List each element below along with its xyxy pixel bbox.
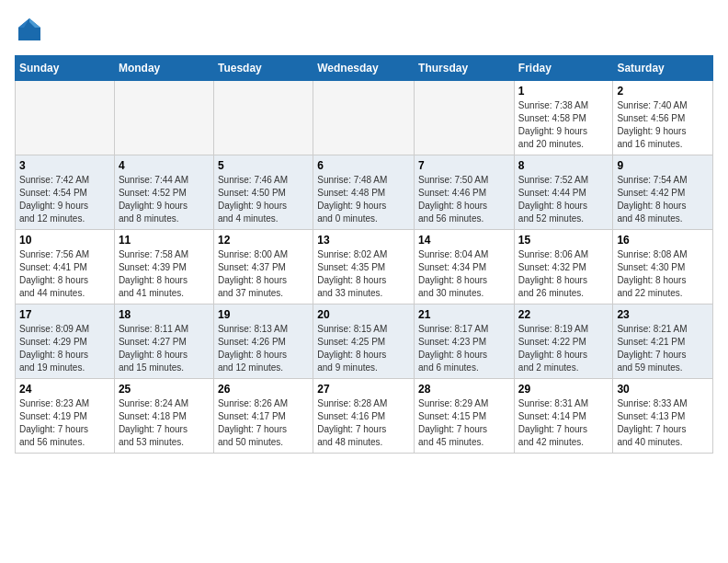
calendar-week-row: 3Sunrise: 7:42 AM Sunset: 4:54 PM Daylig…: [16, 155, 713, 230]
calendar-week-row: 24Sunrise: 8:23 AM Sunset: 4:19 PM Dayli…: [16, 379, 713, 454]
calendar-header-thursday: Thursday: [415, 56, 515, 81]
day-number: 28: [418, 383, 510, 396]
calendar-day-cell: [114, 81, 213, 155]
calendar-week-row: 10Sunrise: 7:56 AM Sunset: 4:41 PM Dayli…: [16, 230, 713, 304]
calendar-day-cell: 29Sunrise: 8:31 AM Sunset: 4:14 PM Dayli…: [514, 379, 613, 454]
calendar-day-cell: 28Sunrise: 8:29 AM Sunset: 4:15 PM Dayli…: [415, 379, 515, 454]
calendar-day-cell: 12Sunrise: 8:00 AM Sunset: 4:37 PM Dayli…: [213, 230, 313, 304]
day-info: Sunrise: 8:04 AM Sunset: 4:34 PM Dayligh…: [418, 248, 510, 300]
calendar-day-cell: 9Sunrise: 7:54 AM Sunset: 4:42 PM Daylig…: [613, 155, 713, 230]
calendar-header-monday: Monday: [114, 56, 213, 81]
day-info: Sunrise: 8:31 AM Sunset: 4:14 PM Dayligh…: [518, 397, 609, 449]
logo: [15, 15, 48, 44]
calendar-day-cell: [313, 81, 415, 155]
day-number: 3: [19, 159, 110, 172]
calendar-day-cell: 8Sunrise: 7:52 AM Sunset: 4:44 PM Daylig…: [514, 155, 613, 230]
calendar-day-cell: [16, 81, 115, 155]
day-info: Sunrise: 8:29 AM Sunset: 4:15 PM Dayligh…: [418, 397, 510, 449]
calendar-day-cell: 15Sunrise: 8:06 AM Sunset: 4:32 PM Dayli…: [514, 230, 613, 304]
day-number: 6: [317, 159, 410, 172]
day-info: Sunrise: 7:54 AM Sunset: 4:42 PM Dayligh…: [617, 174, 709, 225]
calendar-header-saturday: Saturday: [613, 56, 713, 81]
calendar-day-cell: 2Sunrise: 7:40 AM Sunset: 4:56 PM Daylig…: [613, 81, 713, 155]
day-number: 23: [617, 308, 709, 321]
day-info: Sunrise: 8:06 AM Sunset: 4:32 PM Dayligh…: [518, 248, 609, 300]
day-number: 14: [418, 234, 510, 247]
day-number: 29: [518, 383, 609, 396]
calendar-day-cell: 18Sunrise: 8:11 AM Sunset: 4:27 PM Dayli…: [114, 304, 213, 379]
day-number: 27: [317, 383, 410, 396]
calendar-day-cell: 4Sunrise: 7:44 AM Sunset: 4:52 PM Daylig…: [114, 155, 213, 230]
day-number: 2: [617, 85, 709, 98]
calendar-week-row: 1Sunrise: 7:38 AM Sunset: 4:58 PM Daylig…: [16, 81, 713, 155]
calendar-header-tuesday: Tuesday: [213, 56, 313, 81]
day-info: Sunrise: 7:56 AM Sunset: 4:41 PM Dayligh…: [19, 248, 110, 300]
day-info: Sunrise: 7:40 AM Sunset: 4:56 PM Dayligh…: [617, 99, 709, 151]
day-info: Sunrise: 8:23 AM Sunset: 4:19 PM Dayligh…: [19, 397, 110, 449]
day-info: Sunrise: 7:48 AM Sunset: 4:48 PM Dayligh…: [317, 174, 410, 225]
day-info: Sunrise: 7:42 AM Sunset: 4:54 PM Dayligh…: [19, 174, 110, 225]
day-info: Sunrise: 8:28 AM Sunset: 4:16 PM Dayligh…: [317, 397, 410, 449]
day-info: Sunrise: 8:11 AM Sunset: 4:27 PM Dayligh…: [119, 323, 210, 374]
day-info: Sunrise: 8:08 AM Sunset: 4:30 PM Dayligh…: [617, 248, 709, 300]
calendar-day-cell: [213, 81, 313, 155]
day-number: 15: [518, 234, 609, 247]
day-number: 20: [317, 308, 410, 321]
day-number: 1: [518, 85, 609, 98]
day-info: Sunrise: 8:02 AM Sunset: 4:35 PM Dayligh…: [317, 248, 410, 300]
calendar-day-cell: 10Sunrise: 7:56 AM Sunset: 4:41 PM Dayli…: [16, 230, 115, 304]
calendar-header-wednesday: Wednesday: [313, 56, 415, 81]
day-number: 5: [218, 159, 309, 172]
calendar-day-cell: 22Sunrise: 8:19 AM Sunset: 4:22 PM Dayli…: [514, 304, 613, 379]
day-number: 18: [119, 308, 210, 321]
calendar-header-row: SundayMondayTuesdayWednesdayThursdayFrid…: [16, 56, 713, 81]
day-number: 4: [119, 159, 210, 172]
day-number: 24: [19, 383, 110, 396]
day-number: 26: [218, 383, 309, 396]
day-number: 10: [19, 234, 110, 247]
day-info: Sunrise: 8:21 AM Sunset: 4:21 PM Dayligh…: [617, 323, 709, 374]
calendar-day-cell: 7Sunrise: 7:50 AM Sunset: 4:46 PM Daylig…: [415, 155, 515, 230]
calendar-day-cell: 24Sunrise: 8:23 AM Sunset: 4:19 PM Dayli…: [16, 379, 115, 454]
calendar-day-cell: 3Sunrise: 7:42 AM Sunset: 4:54 PM Daylig…: [16, 155, 115, 230]
calendar-header-sunday: Sunday: [16, 56, 115, 81]
calendar-day-cell: 27Sunrise: 8:28 AM Sunset: 4:16 PM Dayli…: [313, 379, 415, 454]
day-info: Sunrise: 8:15 AM Sunset: 4:25 PM Dayligh…: [317, 323, 410, 374]
calendar-day-cell: 17Sunrise: 8:09 AM Sunset: 4:29 PM Dayli…: [16, 304, 115, 379]
day-info: Sunrise: 8:26 AM Sunset: 4:17 PM Dayligh…: [218, 397, 309, 449]
page-header: [15, 15, 713, 44]
day-number: 22: [518, 308, 609, 321]
day-number: 9: [617, 159, 709, 172]
day-number: 25: [119, 383, 210, 396]
day-number: 12: [218, 234, 309, 247]
calendar-week-row: 17Sunrise: 8:09 AM Sunset: 4:29 PM Dayli…: [16, 304, 713, 379]
day-number: 21: [418, 308, 510, 321]
calendar-day-cell: 11Sunrise: 7:58 AM Sunset: 4:39 PM Dayli…: [114, 230, 213, 304]
day-number: 8: [518, 159, 609, 172]
calendar-day-cell: 16Sunrise: 8:08 AM Sunset: 4:30 PM Dayli…: [613, 230, 713, 304]
day-number: 11: [119, 234, 210, 247]
calendar-day-cell: 20Sunrise: 8:15 AM Sunset: 4:25 PM Dayli…: [313, 304, 415, 379]
day-info: Sunrise: 7:50 AM Sunset: 4:46 PM Dayligh…: [418, 174, 510, 225]
calendar-day-cell: 25Sunrise: 8:24 AM Sunset: 4:18 PM Dayli…: [114, 379, 213, 454]
day-number: 19: [218, 308, 309, 321]
day-info: Sunrise: 8:13 AM Sunset: 4:26 PM Dayligh…: [218, 323, 309, 374]
day-info: Sunrise: 7:46 AM Sunset: 4:50 PM Dayligh…: [218, 174, 309, 225]
day-info: Sunrise: 8:00 AM Sunset: 4:37 PM Dayligh…: [218, 248, 309, 300]
calendar-day-cell: 13Sunrise: 8:02 AM Sunset: 4:35 PM Dayli…: [313, 230, 415, 304]
calendar-day-cell: 26Sunrise: 8:26 AM Sunset: 4:17 PM Dayli…: [213, 379, 313, 454]
day-number: 16: [617, 234, 709, 247]
calendar-day-cell: 19Sunrise: 8:13 AM Sunset: 4:26 PM Dayli…: [213, 304, 313, 379]
logo-icon: [15, 15, 44, 44]
calendar-header-friday: Friday: [514, 56, 613, 81]
calendar-day-cell: 23Sunrise: 8:21 AM Sunset: 4:21 PM Dayli…: [613, 304, 713, 379]
day-info: Sunrise: 7:38 AM Sunset: 4:58 PM Dayligh…: [518, 99, 609, 151]
calendar-day-cell: 1Sunrise: 7:38 AM Sunset: 4:58 PM Daylig…: [514, 81, 613, 155]
calendar: SundayMondayTuesdayWednesdayThursdayFrid…: [15, 55, 713, 454]
day-info: Sunrise: 8:33 AM Sunset: 4:13 PM Dayligh…: [617, 397, 709, 449]
calendar-day-cell: 14Sunrise: 8:04 AM Sunset: 4:34 PM Dayli…: [415, 230, 515, 304]
day-info: Sunrise: 7:44 AM Sunset: 4:52 PM Dayligh…: [119, 174, 210, 225]
calendar-day-cell: 21Sunrise: 8:17 AM Sunset: 4:23 PM Dayli…: [415, 304, 515, 379]
day-number: 7: [418, 159, 510, 172]
day-info: Sunrise: 8:24 AM Sunset: 4:18 PM Dayligh…: [119, 397, 210, 449]
